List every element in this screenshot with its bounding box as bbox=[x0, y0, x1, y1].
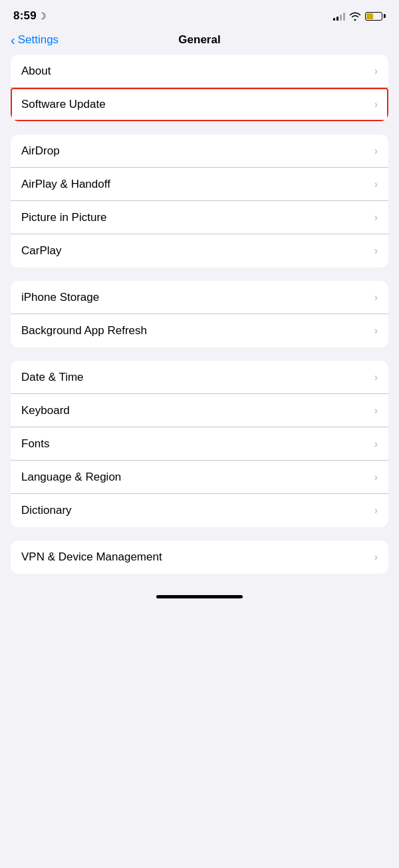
back-label: Settings bbox=[18, 33, 59, 47]
background-app-refresh-label: Background App Refresh bbox=[21, 324, 147, 337]
home-indicator-area bbox=[0, 587, 399, 604]
back-button[interactable]: ‹ Settings bbox=[11, 33, 59, 47]
keyboard-label: Keyboard bbox=[21, 404, 70, 417]
settings-group-date-keyboard: Date & Time › Keyboard › Fonts › Languag… bbox=[11, 361, 388, 527]
vpn-label: VPN & Device Management bbox=[21, 550, 162, 564]
status-time: 8:59 bbox=[13, 9, 37, 22]
moon-icon: ☽ bbox=[38, 11, 47, 21]
chevron-fonts-icon: › bbox=[374, 438, 378, 450]
settings-row-vpn[interactable]: VPN & Device Management › bbox=[11, 541, 388, 574]
settings-row-keyboard[interactable]: Keyboard › bbox=[11, 394, 388, 427]
settings-group-connectivity: AirDrop › AirPlay & Handoff › Picture in… bbox=[11, 134, 388, 268]
carplay-label: CarPlay bbox=[21, 244, 61, 258]
chevron-about-icon: › bbox=[374, 65, 378, 77]
fonts-label: Fonts bbox=[21, 437, 50, 451]
airdrop-label: AirDrop bbox=[21, 144, 60, 158]
wifi-icon bbox=[349, 11, 361, 21]
chevron-airdrop-icon: › bbox=[374, 145, 378, 157]
settings-group-about: About › Software Update › bbox=[11, 55, 388, 121]
chevron-airplay-icon: › bbox=[374, 178, 378, 190]
iphone-storage-label: iPhone Storage bbox=[21, 291, 99, 304]
dictionary-label: Dictionary bbox=[21, 504, 72, 517]
chevron-keyboard-icon: › bbox=[374, 405, 378, 417]
home-indicator bbox=[156, 595, 243, 598]
settings-row-airdrop[interactable]: AirDrop › bbox=[11, 134, 388, 168]
picture-in-picture-label: Picture in Picture bbox=[21, 211, 107, 224]
status-icons bbox=[333, 11, 386, 21]
airplay-handoff-label: AirPlay & Handoff bbox=[21, 178, 110, 191]
settings-group-storage: iPhone Storage › Background App Refresh … bbox=[11, 281, 388, 347]
chevron-dictionary-icon: › bbox=[374, 505, 378, 517]
nav-bar: ‹ Settings General bbox=[0, 28, 399, 55]
chevron-refresh-icon: › bbox=[374, 325, 378, 337]
chevron-vpn-icon: › bbox=[374, 551, 378, 563]
settings-row-airplay-handoff[interactable]: AirPlay & Handoff › bbox=[11, 168, 388, 201]
settings-row-fonts[interactable]: Fonts › bbox=[11, 427, 388, 461]
about-label: About bbox=[21, 65, 51, 78]
chevron-date-icon: › bbox=[374, 371, 378, 383]
settings-row-about[interactable]: About › bbox=[11, 55, 388, 88]
signal-icon bbox=[333, 11, 345, 21]
date-time-label: Date & Time bbox=[21, 371, 84, 384]
settings-row-dictionary[interactable]: Dictionary › bbox=[11, 494, 388, 527]
settings-row-picture-in-picture[interactable]: Picture in Picture › bbox=[11, 201, 388, 234]
chevron-software-update-icon: › bbox=[374, 99, 378, 110]
settings-row-carplay[interactable]: CarPlay › bbox=[11, 234, 388, 268]
settings-row-date-time[interactable]: Date & Time › bbox=[11, 361, 388, 394]
settings-row-background-app-refresh[interactable]: Background App Refresh › bbox=[11, 314, 388, 347]
page-title: General bbox=[178, 33, 220, 47]
status-bar: 8:59☽ bbox=[0, 0, 399, 28]
chevron-language-icon: › bbox=[374, 471, 378, 483]
settings-row-language-region[interactable]: Language & Region › bbox=[11, 461, 388, 494]
chevron-carplay-icon: › bbox=[374, 245, 378, 257]
settings-row-software-update[interactable]: Software Update › bbox=[11, 88, 388, 121]
chevron-storage-icon: › bbox=[374, 292, 378, 304]
back-chevron-icon: ‹ bbox=[11, 33, 15, 47]
settings-content: About › Software Update › AirDrop › AirP… bbox=[0, 55, 399, 574]
software-update-label: Software Update bbox=[21, 98, 106, 111]
settings-row-iphone-storage[interactable]: iPhone Storage › bbox=[11, 281, 388, 314]
chevron-pip-icon: › bbox=[374, 212, 378, 224]
language-region-label: Language & Region bbox=[21, 471, 121, 484]
settings-group-vpn: VPN & Device Management › bbox=[11, 541, 388, 574]
battery-icon bbox=[365, 12, 386, 21]
status-time-area: 8:59☽ bbox=[13, 9, 47, 23]
